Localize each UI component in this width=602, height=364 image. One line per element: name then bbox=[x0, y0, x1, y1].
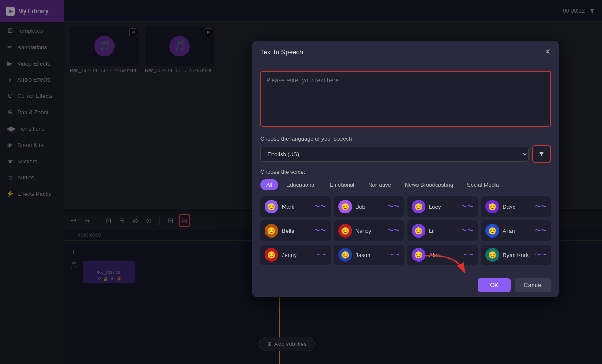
voice-tab-news-broadcasting[interactable]: News Broadcasting bbox=[399, 179, 459, 190]
voice-avatar-bella: 😊 bbox=[265, 224, 278, 238]
annotations-icon: ✏ bbox=[6, 43, 14, 51]
voice-card-nancy[interactable]: 😊 Nancy 〜〜 bbox=[334, 220, 404, 241]
pan-zoom-icon: ⊕ bbox=[6, 108, 14, 116]
voice-wave-dave: 〜〜 bbox=[535, 203, 547, 210]
sidebar-item-label: Audio Effects bbox=[17, 76, 50, 83]
voice-avatar-bob: 😊 bbox=[338, 200, 352, 213]
clip-mute-icon: 🔇 bbox=[116, 276, 121, 281]
voice-card-jenny[interactable]: 😊 Jenny 〜〜 bbox=[260, 245, 331, 265]
voice-name-nancy: Nancy bbox=[356, 228, 372, 234]
sidebar-item-brand-kits[interactable]: ◈ Brand Kits bbox=[0, 137, 64, 153]
sidebar-item-effects-packs[interactable]: ⚡ Effects Packs bbox=[0, 185, 64, 202]
media-item[interactable]: 🎵 ⊟ Rec_2024-06-13 17-25-43.m4a bbox=[145, 27, 214, 73]
sidebar-logo[interactable]: ▶ My Library bbox=[0, 0, 64, 22]
voice-wave-bella: 〜〜 bbox=[314, 227, 326, 235]
cursor-effects-icon: ⊙ bbox=[6, 92, 14, 100]
voice-avatar-lili: 😊 bbox=[412, 224, 425, 238]
tts-title: Text to Speech bbox=[260, 48, 303, 56]
voice-card-lili[interactable]: 😊 Lili 〜〜 bbox=[407, 220, 478, 241]
voice-avatar-ryan: 😊 bbox=[485, 248, 499, 262]
tts-close-button[interactable]: ✕ bbox=[545, 47, 551, 56]
undo-button[interactable]: ↩ bbox=[69, 215, 78, 226]
media-thumb: 🎵 ⊟ bbox=[70, 27, 139, 66]
tts-lang-row: English (US) ▼ bbox=[260, 145, 551, 163]
tts-lang-label: Choose the language of your speech bbox=[260, 135, 551, 142]
sidebar-item-stickers[interactable]: ★ Stickers bbox=[0, 153, 64, 169]
tts-text-input[interactable] bbox=[260, 71, 551, 127]
track-text-icon: T bbox=[67, 248, 79, 255]
voice-avatar-nancy: 😊 bbox=[338, 224, 352, 238]
sidebar-item-cursor-effects[interactable]: ⊙ Cursor Effects bbox=[0, 88, 64, 104]
voice-tab-social-media[interactable]: Social Media bbox=[461, 179, 505, 190]
clip-controls: 02 🔒 👁 🔇 bbox=[96, 276, 121, 281]
ruler-label-start: 00:00:00:00 bbox=[78, 233, 101, 238]
voice-left: 😊 Ryan Kurk bbox=[485, 248, 529, 262]
highlight-button[interactable]: ⊠ bbox=[179, 214, 190, 227]
voice-card-ryan[interactable]: 😊 Ryan Kurk 〜〜 bbox=[481, 245, 552, 265]
time-display: 00:00:12 bbox=[563, 7, 585, 14]
sidebar-item-audios[interactable]: ♫ Audios bbox=[0, 169, 64, 185]
ok-button[interactable]: OK bbox=[478, 278, 511, 292]
cancel-button[interactable]: Cancel bbox=[515, 278, 551, 292]
sidebar-item-label: Annotations bbox=[17, 44, 47, 50]
voice-wave-nancy: 〜〜 bbox=[388, 227, 400, 235]
add-subtitles-button[interactable]: ⊕ Add subtitles bbox=[259, 337, 315, 351]
sidebar-item-transitions[interactable]: ◀▶ Transitions bbox=[0, 120, 64, 137]
sidebar-item-annotations[interactable]: ✏ Annotations bbox=[0, 39, 64, 55]
clip-lock-icon: 🔒 bbox=[103, 276, 108, 281]
sidebar: ▶ My Library ⊞ Templates ✏ Annotations ▶… bbox=[0, 0, 64, 364]
sidebar-item-label: Video Effects bbox=[17, 60, 50, 67]
templates-icon: ⊞ bbox=[6, 27, 14, 35]
voice-card-mark[interactable]: 😊 Mark 〜〜 bbox=[260, 196, 331, 217]
record-button[interactable]: ⊙ bbox=[144, 215, 153, 226]
sidebar-item-templates[interactable]: ⊞ Templates bbox=[0, 22, 64, 39]
voice-wave-allan: 〜〜 bbox=[535, 227, 547, 235]
voice-avatar-allan: 😊 bbox=[485, 224, 499, 238]
sidebar-item-video-effects[interactable]: ▶ Video Effects bbox=[0, 55, 64, 72]
media-item[interactable]: 🎵 ⊟ Rec_2024-06-13 17-22-59.m4a bbox=[70, 27, 139, 73]
voice-name-bella: Bella bbox=[282, 228, 294, 234]
crop-button[interactable]: ⊡ bbox=[104, 215, 113, 226]
voice-card-allan[interactable]: 😊 Allan 〜〜 bbox=[481, 220, 552, 241]
voice-name-bob: Bob bbox=[356, 204, 366, 210]
redo-button[interactable]: ↪ bbox=[82, 215, 91, 226]
captions-button[interactable]: ⊟ bbox=[166, 215, 175, 226]
split-button[interactable]: ⊞ bbox=[117, 215, 126, 226]
tts-footer: OK Cancel bbox=[252, 273, 559, 297]
bookmark-button[interactable]: ⊘ bbox=[131, 215, 140, 226]
topbar-dropdown-icon[interactable]: ▼ bbox=[589, 7, 595, 14]
media-thumb: 🎵 ⊟ bbox=[145, 27, 214, 66]
voice-left: 😊 Nancy bbox=[338, 224, 372, 238]
voice-tab-narrative[interactable]: Narrative bbox=[362, 179, 397, 190]
voice-card-bella[interactable]: 😊 Bella 〜〜 bbox=[260, 220, 331, 241]
voice-tab-all[interactable]: All bbox=[260, 179, 278, 190]
clip-count-icon: 02 bbox=[96, 276, 101, 281]
voice-avatar-mark: 😊 bbox=[265, 200, 278, 213]
voice-left: 😊 Allan bbox=[485, 224, 515, 238]
voice-name-lucy: Lucy bbox=[429, 204, 441, 210]
voice-wave-lili: 〜〜 bbox=[461, 227, 473, 235]
add-subtitles-label: Add subtitles bbox=[274, 341, 306, 347]
effects-packs-icon: ⚡ bbox=[6, 190, 14, 198]
voice-name-mark: Mark bbox=[282, 204, 294, 210]
sidebar-item-label: Templates bbox=[17, 28, 43, 34]
voice-wave-lucy: 〜〜 bbox=[461, 203, 473, 210]
tts-dropdown-button[interactable]: ▼ bbox=[532, 145, 551, 163]
sidebar-item-label: Stickers bbox=[17, 158, 37, 165]
tts-dialog: Text to Speech ✕ Choose the language of … bbox=[252, 41, 559, 297]
sidebar-item-pan-zoom[interactable]: ⊕ Pan & Zoom bbox=[0, 104, 64, 120]
voice-card-bob[interactable]: 😊 Bob 〜〜 bbox=[334, 196, 404, 217]
voice-left: 😊 Jason bbox=[338, 248, 371, 262]
voice-tab-educational[interactable]: Educational bbox=[280, 179, 321, 190]
voice-tab-emotional[interactable]: Emotional bbox=[323, 179, 360, 190]
sidebar-item-audio-effects[interactable]: ♪ Audio Effects bbox=[0, 72, 64, 88]
toolbar-separator bbox=[159, 217, 160, 225]
track-clip[interactable]: Rec_2024-06- 02 🔒 👁 🔇 bbox=[83, 261, 135, 283]
sidebar-item-label: Audios bbox=[17, 174, 35, 181]
voice-card-dave[interactable]: 😊 Dave 〜〜 bbox=[481, 196, 552, 217]
voice-card-lucy[interactable]: 😊 Lucy 〜〜 bbox=[407, 196, 478, 217]
voice-card-jason[interactable]: 😊 Jason 〜〜 bbox=[334, 245, 404, 265]
voice-avatar-jason: 😊 bbox=[338, 248, 352, 262]
tts-language-select[interactable]: English (US) bbox=[260, 147, 529, 162]
voice-avatar-jenny: 😊 bbox=[265, 248, 278, 262]
